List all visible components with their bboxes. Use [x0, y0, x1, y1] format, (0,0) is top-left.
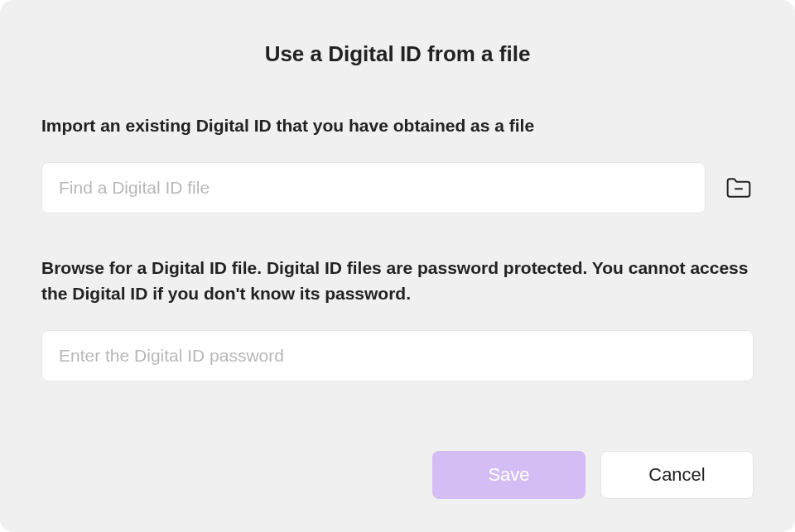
- digital-id-file-input[interactable]: [41, 162, 706, 213]
- import-section-label: Import an existing Digital ID that you h…: [41, 113, 754, 139]
- digital-id-password-input[interactable]: [41, 330, 754, 381]
- dialog-button-row: Save Cancel: [41, 451, 754, 499]
- password-input-wrapper: [41, 330, 754, 381]
- browse-section-label: Browse for a Digital ID file. Digital ID…: [41, 255, 754, 307]
- folder-icon: [725, 176, 752, 199]
- browse-file-button[interactable]: [724, 173, 754, 203]
- file-input-row: [41, 162, 754, 213]
- dialog-title: Use a Digital ID from a file: [41, 41, 754, 67]
- cancel-button[interactable]: Cancel: [600, 451, 754, 499]
- save-button[interactable]: Save: [432, 451, 585, 499]
- digital-id-dialog: Use a Digital ID from a file Import an e…: [0, 0, 795, 532]
